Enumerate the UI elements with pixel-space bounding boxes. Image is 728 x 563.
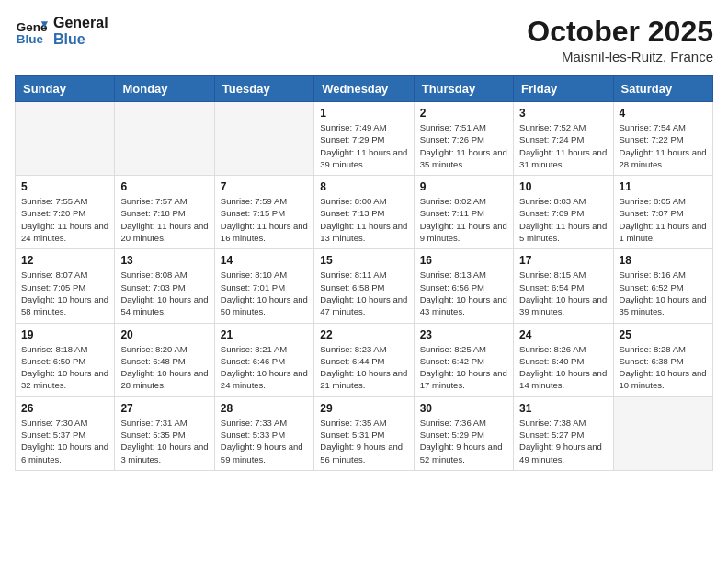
calendar-cell: 31Sunrise: 7:38 AM Sunset: 5:27 PM Dayli…	[514, 396, 613, 470]
calendar-cell: 18Sunrise: 8:16 AM Sunset: 6:52 PM Dayli…	[613, 249, 712, 323]
day-info: Sunrise: 7:49 AM Sunset: 7:29 PM Dayligh…	[320, 121, 407, 170]
day-number: 6	[120, 180, 208, 193]
day-info: Sunrise: 8:25 AM Sunset: 6:42 PM Dayligh…	[420, 343, 507, 392]
calendar-cell	[613, 396, 712, 470]
calendar-cell: 22Sunrise: 8:23 AM Sunset: 6:44 PM Dayli…	[314, 323, 414, 396]
day-number: 12	[21, 254, 108, 267]
calendar-cell: 15Sunrise: 8:11 AM Sunset: 6:58 PM Dayli…	[314, 249, 414, 323]
calendar-cell: 17Sunrise: 8:15 AM Sunset: 6:54 PM Dayli…	[514, 249, 613, 323]
calendar-cell: 6Sunrise: 7:57 AM Sunset: 7:18 PM Daylig…	[115, 176, 214, 249]
calendar-cell: 28Sunrise: 7:33 AM Sunset: 5:33 PM Dayli…	[214, 396, 313, 470]
calendar-header-row: SundayMondayTuesdayWednesdayThursdayFrid…	[16, 76, 713, 102]
title-block: October 2025 Maisnil-les-Ruitz, France	[527, 15, 713, 64]
day-number: 2	[420, 107, 507, 120]
calendar-cell: 16Sunrise: 8:13 AM Sunset: 6:56 PM Dayli…	[414, 249, 513, 323]
day-info: Sunrise: 8:26 AM Sunset: 6:40 PM Dayligh…	[519, 343, 607, 392]
calendar-cell: 10Sunrise: 8:03 AM Sunset: 7:09 PM Dayli…	[514, 176, 613, 249]
calendar-cell: 12Sunrise: 8:07 AM Sunset: 7:05 PM Dayli…	[16, 249, 115, 323]
calendar-cell	[214, 102, 313, 176]
day-number: 7	[221, 180, 308, 193]
calendar-cell: 19Sunrise: 8:18 AM Sunset: 6:50 PM Dayli…	[16, 323, 115, 396]
calendar-cell: 1Sunrise: 7:49 AM Sunset: 7:29 PM Daylig…	[314, 102, 414, 176]
calendar-week-row: 5Sunrise: 7:55 AM Sunset: 7:20 PM Daylig…	[16, 176, 713, 249]
month-title: October 2025	[527, 15, 713, 49]
day-header-thursday: Thursday	[414, 76, 513, 102]
day-info: Sunrise: 8:02 AM Sunset: 7:11 PM Dayligh…	[420, 195, 507, 244]
calendar-cell	[115, 102, 214, 176]
day-header-monday: Monday	[115, 76, 214, 102]
calendar-cell: 23Sunrise: 8:25 AM Sunset: 6:42 PM Dayli…	[414, 323, 513, 396]
day-number: 19	[21, 328, 108, 341]
day-number: 28	[221, 402, 308, 415]
day-number: 8	[320, 180, 407, 193]
day-info: Sunrise: 8:10 AM Sunset: 7:01 PM Dayligh…	[221, 269, 308, 317]
day-info: Sunrise: 7:55 AM Sunset: 7:20 PM Dayligh…	[21, 195, 108, 244]
day-info: Sunrise: 7:51 AM Sunset: 7:26 PM Dayligh…	[420, 121, 507, 170]
day-info: Sunrise: 7:52 AM Sunset: 7:24 PM Dayligh…	[519, 121, 607, 170]
calendar-cell: 14Sunrise: 8:10 AM Sunset: 7:01 PM Dayli…	[214, 249, 313, 323]
calendar-cell: 3Sunrise: 7:52 AM Sunset: 7:24 PM Daylig…	[514, 102, 613, 176]
calendar-cell: 30Sunrise: 7:36 AM Sunset: 5:29 PM Dayli…	[414, 396, 513, 470]
day-number: 9	[420, 180, 507, 193]
day-header-sunday: Sunday	[16, 76, 115, 102]
day-info: Sunrise: 7:31 AM Sunset: 5:35 PM Dayligh…	[120, 417, 208, 465]
day-info: Sunrise: 7:54 AM Sunset: 7:22 PM Dayligh…	[620, 121, 707, 170]
calendar-cell: 9Sunrise: 8:02 AM Sunset: 7:11 PM Daylig…	[414, 176, 513, 249]
day-info: Sunrise: 8:05 AM Sunset: 7:07 PM Dayligh…	[620, 195, 707, 244]
day-number: 16	[420, 254, 507, 267]
day-info: Sunrise: 7:35 AM Sunset: 5:31 PM Dayligh…	[320, 417, 407, 465]
day-number: 11	[620, 180, 707, 193]
calendar-cell: 4Sunrise: 7:54 AM Sunset: 7:22 PM Daylig…	[613, 102, 712, 176]
day-number: 1	[320, 107, 407, 120]
day-header-friday: Friday	[514, 76, 613, 102]
day-info: Sunrise: 8:23 AM Sunset: 6:44 PM Dayligh…	[320, 343, 407, 392]
day-info: Sunrise: 8:07 AM Sunset: 7:05 PM Dayligh…	[21, 269, 108, 317]
day-number: 25	[620, 328, 707, 341]
day-info: Sunrise: 8:08 AM Sunset: 7:03 PM Dayligh…	[120, 269, 208, 317]
calendar-cell: 29Sunrise: 7:35 AM Sunset: 5:31 PM Dayli…	[314, 396, 414, 470]
day-number: 21	[221, 328, 308, 341]
day-number: 22	[320, 328, 407, 341]
day-number: 14	[221, 254, 308, 267]
day-info: Sunrise: 8:15 AM Sunset: 6:54 PM Dayligh…	[519, 269, 607, 317]
day-info: Sunrise: 7:33 AM Sunset: 5:33 PM Dayligh…	[221, 417, 308, 465]
calendar-cell: 5Sunrise: 7:55 AM Sunset: 7:20 PM Daylig…	[16, 176, 115, 249]
calendar-table: SundayMondayTuesdayWednesdayThursdayFrid…	[15, 75, 713, 471]
logo-blue: Blue	[53, 31, 108, 48]
logo: General Blue General Blue	[15, 15, 108, 48]
day-info: Sunrise: 7:30 AM Sunset: 5:37 PM Dayligh…	[21, 417, 108, 465]
day-info: Sunrise: 8:13 AM Sunset: 6:56 PM Dayligh…	[420, 269, 507, 317]
day-number: 3	[519, 107, 607, 120]
calendar-week-row: 12Sunrise: 8:07 AM Sunset: 7:05 PM Dayli…	[16, 249, 713, 323]
logo-icon: General Blue	[15, 15, 48, 48]
day-number: 24	[519, 328, 607, 341]
day-number: 17	[519, 254, 607, 267]
day-info: Sunrise: 7:59 AM Sunset: 7:15 PM Dayligh…	[221, 195, 308, 244]
calendar-week-row: 19Sunrise: 8:18 AM Sunset: 6:50 PM Dayli…	[16, 323, 713, 396]
calendar-cell: 7Sunrise: 7:59 AM Sunset: 7:15 PM Daylig…	[214, 176, 313, 249]
calendar-cell: 24Sunrise: 8:26 AM Sunset: 6:40 PM Dayli…	[514, 323, 613, 396]
day-info: Sunrise: 8:18 AM Sunset: 6:50 PM Dayligh…	[21, 343, 108, 392]
calendar-cell: 21Sunrise: 8:21 AM Sunset: 6:46 PM Dayli…	[214, 323, 313, 396]
calendar-cell: 27Sunrise: 7:31 AM Sunset: 5:35 PM Dayli…	[115, 396, 214, 470]
day-header-tuesday: Tuesday	[214, 76, 313, 102]
svg-text:Blue: Blue	[17, 32, 44, 46]
day-info: Sunrise: 7:38 AM Sunset: 5:27 PM Dayligh…	[519, 417, 607, 465]
day-number: 27	[120, 402, 208, 415]
day-info: Sunrise: 8:00 AM Sunset: 7:13 PM Dayligh…	[320, 195, 407, 244]
day-info: Sunrise: 8:03 AM Sunset: 7:09 PM Dayligh…	[519, 195, 607, 244]
day-number: 23	[420, 328, 507, 341]
day-info: Sunrise: 7:57 AM Sunset: 7:18 PM Dayligh…	[120, 195, 208, 244]
page-header: General Blue General Blue October 2025 M…	[15, 15, 713, 64]
day-number: 18	[620, 254, 707, 267]
day-info: Sunrise: 8:21 AM Sunset: 6:46 PM Dayligh…	[221, 343, 308, 392]
day-info: Sunrise: 8:20 AM Sunset: 6:48 PM Dayligh…	[120, 343, 208, 392]
calendar-week-row: 1Sunrise: 7:49 AM Sunset: 7:29 PM Daylig…	[16, 102, 713, 176]
day-number: 29	[320, 402, 407, 415]
calendar-cell: 13Sunrise: 8:08 AM Sunset: 7:03 PM Dayli…	[115, 249, 214, 323]
day-number: 31	[519, 402, 607, 415]
location: Maisnil-les-Ruitz, France	[527, 49, 713, 64]
logo-general: General	[53, 15, 108, 31]
day-info: Sunrise: 8:11 AM Sunset: 6:58 PM Dayligh…	[320, 269, 407, 317]
day-number: 15	[320, 254, 407, 267]
